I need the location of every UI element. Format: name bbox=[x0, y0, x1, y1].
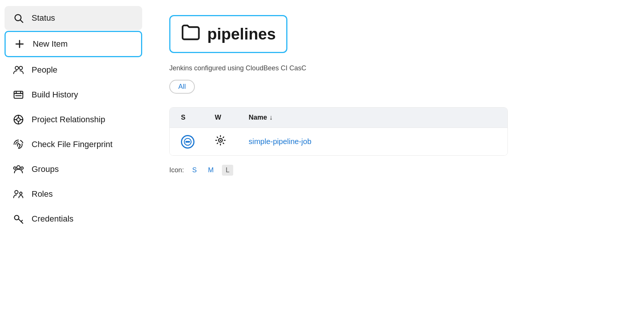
roles-icon bbox=[12, 189, 25, 199]
svg-point-5 bbox=[19, 66, 23, 70]
key-icon bbox=[12, 214, 25, 224]
svg-point-17 bbox=[17, 166, 20, 169]
sidebar-item-new-item[interactable]: New Item bbox=[5, 31, 142, 57]
table-header-name[interactable]: Name ↓ bbox=[249, 114, 496, 121]
people-icon bbox=[12, 65, 25, 75]
table-row: simple-pipeline-job bbox=[170, 128, 507, 155]
sidebar-item-label: Credentials bbox=[32, 214, 73, 224]
build-history-icon bbox=[12, 90, 25, 100]
table-header-w: W bbox=[215, 114, 249, 121]
sidebar-item-build-history[interactable]: Build History bbox=[5, 83, 142, 107]
svg-point-38 bbox=[220, 140, 221, 141]
sidebar-item-roles[interactable]: Roles bbox=[5, 182, 142, 206]
sidebar: Status New Item People bbox=[0, 0, 147, 325]
pipelines-header: pipelines bbox=[169, 15, 287, 53]
svg-point-4 bbox=[15, 66, 18, 70]
sidebar-item-label: People bbox=[32, 65, 58, 75]
svg-point-28 bbox=[188, 141, 190, 142]
svg-point-26 bbox=[186, 141, 187, 142]
svg-line-35 bbox=[223, 143, 224, 144]
sidebar-item-label: Roles bbox=[32, 189, 53, 199]
jobs-table: S W Name ↓ bbox=[169, 107, 508, 156]
svg-line-23 bbox=[18, 219, 23, 223]
svg-line-34 bbox=[217, 137, 218, 138]
svg-point-20 bbox=[15, 190, 18, 194]
icon-size-small[interactable]: S bbox=[189, 165, 200, 176]
job-name-link[interactable]: simple-pipeline-job bbox=[249, 137, 496, 146]
page-title: pipelines bbox=[207, 25, 276, 43]
page-subtitle: Jenkins configured using CloudBees CI Ca… bbox=[169, 64, 621, 72]
svg-point-27 bbox=[187, 141, 188, 142]
main-content: pipelines Jenkins configured using Cloud… bbox=[147, 0, 644, 325]
sidebar-item-people[interactable]: People bbox=[5, 58, 142, 82]
sidebar-item-groups[interactable]: Groups bbox=[5, 157, 142, 181]
sidebar-item-check-file-fingerprint[interactable]: Check File Fingerprint bbox=[5, 132, 142, 156]
folder-icon bbox=[181, 23, 200, 45]
sidebar-item-label: New Item bbox=[33, 39, 68, 49]
sidebar-item-status[interactable]: Status bbox=[5, 6, 142, 30]
fingerprint-icon bbox=[12, 139, 25, 150]
sidebar-item-label: Status bbox=[32, 13, 55, 23]
icon-size-medium[interactable]: M bbox=[205, 165, 217, 176]
sidebar-item-label: Project Relationship bbox=[32, 115, 105, 125]
icon-size-large[interactable]: L bbox=[222, 165, 233, 176]
table-row-status bbox=[181, 135, 215, 149]
svg-point-21 bbox=[20, 192, 22, 194]
plus-icon bbox=[13, 39, 26, 49]
sidebar-item-credentials[interactable]: Credentials bbox=[5, 207, 142, 231]
svg-line-24 bbox=[21, 220, 23, 222]
all-filter-button[interactable]: All bbox=[169, 80, 195, 94]
groups-icon bbox=[12, 164, 25, 175]
icon-size-row: Icon: S M L bbox=[169, 165, 621, 176]
icon-label: Icon: bbox=[169, 166, 184, 174]
svg-point-12 bbox=[17, 118, 20, 121]
svg-rect-6 bbox=[14, 91, 23, 99]
svg-point-19 bbox=[21, 167, 23, 169]
search-icon bbox=[12, 13, 25, 23]
sidebar-item-label: Groups bbox=[32, 164, 59, 174]
project-relationship-icon bbox=[12, 114, 25, 125]
status-icon bbox=[181, 135, 194, 149]
table-row-weather bbox=[215, 135, 249, 149]
sidebar-item-label: Build History bbox=[32, 90, 78, 100]
sidebar-item-project-relationship[interactable]: Project Relationship bbox=[5, 108, 142, 132]
svg-line-37 bbox=[223, 137, 224, 138]
svg-line-36 bbox=[217, 143, 218, 144]
weather-sun-icon bbox=[215, 135, 226, 149]
table-header-s: S bbox=[181, 114, 215, 121]
svg-point-18 bbox=[14, 167, 16, 169]
table-header-row: S W Name ↓ bbox=[170, 108, 507, 128]
svg-line-1 bbox=[20, 20, 23, 22]
sidebar-item-label: Check File Fingerprint bbox=[32, 140, 112, 149]
